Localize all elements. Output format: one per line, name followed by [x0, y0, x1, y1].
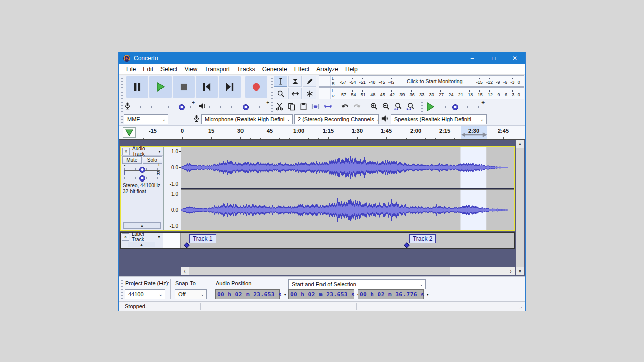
playback-volume-slider[interactable]: -+ [209, 102, 269, 111]
audio-position-field[interactable]: 00 h 02 m 23.653 s▼ [215, 289, 280, 299]
maximize-button[interactable]: □ [483, 52, 504, 64]
menu-help[interactable]: Help [342, 66, 361, 73]
resize-grip-icon[interactable]: ⋰ [519, 305, 524, 310]
selection-toolbar-grip[interactable] [121, 280, 123, 299]
scroll-down-icon[interactable]: ▼ [516, 267, 524, 275]
selection-start-field[interactable]: 00 h 02 m 23.653 s▼ [288, 289, 354, 299]
meter-scale-value: -36 [408, 90, 415, 97]
waveform-display[interactable] [181, 147, 514, 230]
amplitude-ruler[interactable]: 1.00.0-1.01.00.0-1.0 [164, 147, 181, 230]
menu-effect[interactable]: Effect [291, 66, 313, 73]
recording-volume-slider[interactable]: -+ [135, 102, 194, 111]
scroll-up-icon[interactable]: ▲ [516, 140, 524, 148]
zoom-in-button[interactable] [368, 101, 380, 112]
envelope-tool-button[interactable] [288, 76, 302, 87]
copy-button[interactable] [286, 101, 297, 112]
close-button[interactable]: ✕ [504, 52, 525, 64]
selection-mode-select[interactable]: Start and End of Selection⌄ [288, 279, 426, 289]
menu-select[interactable]: Select [157, 66, 181, 73]
horizontal-scrollbar[interactable]: ‹ › [181, 267, 515, 275]
track-close-button[interactable]: × [122, 148, 130, 155]
meter-scale-value: -57 [340, 78, 346, 85]
menu-generate[interactable]: Generate [259, 66, 291, 73]
pan-slider[interactable]: LR [124, 173, 160, 182]
waveform-left-channel[interactable] [181, 147, 514, 188]
playback-device-select[interactable]: Speakers (Realtek High Definiti⌄ [391, 114, 487, 124]
edit-toolbar-grip[interactable] [271, 101, 273, 112]
menu-tracks[interactable]: Tracks [233, 66, 259, 73]
redo-button[interactable] [351, 101, 363, 112]
label-area[interactable]: Track 1Track 2 [181, 233, 514, 248]
zoom-tool-button[interactable] [274, 88, 287, 99]
recording-channels-select[interactable]: 2 (Stereo) Recording Channels⌄ [294, 114, 379, 124]
menu-file[interactable]: File [123, 66, 139, 73]
record-button[interactable] [245, 76, 267, 98]
audio-track[interactable]: × Audio Track▼ Mute Solo -+ LR [120, 146, 515, 231]
title-bar[interactable]: Concerto – □ ✕ [119, 52, 525, 64]
paste-button[interactable] [298, 101, 309, 112]
snap-to-select[interactable]: Off⌄ [175, 289, 207, 299]
timeline-ruler[interactable]: -1501530451:001:151:301:452:002:152:302:… [119, 126, 525, 140]
track-name-menu[interactable]: Audio Track▼ [131, 146, 163, 157]
silence-audio-button[interactable] [322, 101, 334, 112]
selection-tool-button[interactable] [274, 76, 287, 87]
play-at-speed-button[interactable] [424, 101, 436, 112]
timeline-options-button[interactable] [123, 127, 136, 138]
gain-slider[interactable]: -+ [124, 164, 160, 173]
pause-button[interactable] [126, 76, 148, 98]
undo-button[interactable] [339, 101, 351, 112]
chevron-down-icon: ⌄ [162, 117, 166, 122]
menu-view[interactable]: View [181, 66, 201, 73]
play-speed-slider[interactable]: -+ [440, 102, 484, 111]
play-at-speed-grip[interactable] [421, 101, 423, 112]
tools-toolbar-grip[interactable] [271, 76, 273, 99]
track-collapse-button[interactable]: ▲ [128, 242, 155, 247]
zoom-out-button[interactable] [380, 101, 392, 112]
vertical-scrollbar[interactable]: ▲ ▼ [516, 140, 524, 275]
recording-device-select[interactable]: Microphone (Realtek High Defini⌄ [201, 114, 293, 124]
cut-icon [275, 102, 284, 111]
menu-analyze[interactable]: Analyze [313, 66, 342, 73]
trim-audio-button[interactable] [310, 101, 321, 112]
label-track[interactable]: × Label Track▼ ▲ Track 1Track 2 [120, 232, 515, 249]
play-button[interactable] [149, 76, 172, 98]
project-rate-select[interactable]: 44100⌄ [125, 289, 165, 299]
horizontal-scroll-thumb[interactable] [189, 267, 450, 275]
microphone-icon [319, 76, 331, 86]
monitoring-text[interactable]: Click to Start Monitoring [394, 76, 475, 86]
play-speed-knob[interactable] [452, 104, 458, 110]
stop-button[interactable] [173, 76, 195, 98]
device-toolbar-grip[interactable] [121, 114, 123, 124]
label-handle-icon[interactable] [184, 242, 189, 248]
fit-project-button[interactable] [405, 101, 416, 112]
minimize-button[interactable]: – [462, 52, 483, 64]
track-close-button[interactable]: × [122, 233, 129, 241]
gain-knob[interactable] [139, 167, 145, 173]
draw-tool-button[interactable] [303, 76, 316, 87]
track-collapse-button[interactable]: ▲ [123, 222, 161, 229]
scroll-left-icon[interactable]: ‹ [181, 267, 189, 275]
label-text[interactable]: Track 1 [189, 234, 216, 243]
time-shift-tool-button[interactable] [288, 88, 302, 99]
menu-edit[interactable]: Edit [139, 66, 157, 73]
label-handle-icon[interactable] [404, 242, 409, 248]
fit-selection-button[interactable] [392, 101, 404, 112]
skip-to-end-button[interactable] [219, 76, 241, 98]
scroll-right-icon[interactable]: › [507, 267, 515, 275]
playback-volume-knob[interactable] [243, 104, 249, 110]
menu-transport[interactable]: Transport [201, 66, 233, 73]
multi-tool-tool-button[interactable] [303, 88, 316, 99]
recording-volume-knob[interactable] [179, 104, 185, 110]
label-text[interactable]: Track 2 [409, 234, 436, 243]
transport-toolbar-grip[interactable] [121, 76, 123, 99]
waveform-right-channel[interactable] [181, 190, 514, 230]
skip-to-start-button[interactable] [196, 76, 218, 98]
track-name-menu[interactable]: Label Track▼ [130, 231, 163, 242]
audio-host-select[interactable]: MME⌄ [124, 114, 168, 124]
pan-knob[interactable] [139, 175, 145, 182]
recording-meter[interactable]: LR -57-54-51-48-45-42-39-36-33-30-27-24-… [319, 75, 524, 87]
selection-end-field[interactable]: 00 h 02 m 36.776 s▼ [358, 289, 424, 299]
cut-button[interactable] [274, 101, 285, 112]
meter-channel-label: R [332, 94, 336, 98]
playback-meter[interactable]: LR -57-54-51-48-45-42-39-36-33-30-27-24-… [319, 87, 524, 99]
